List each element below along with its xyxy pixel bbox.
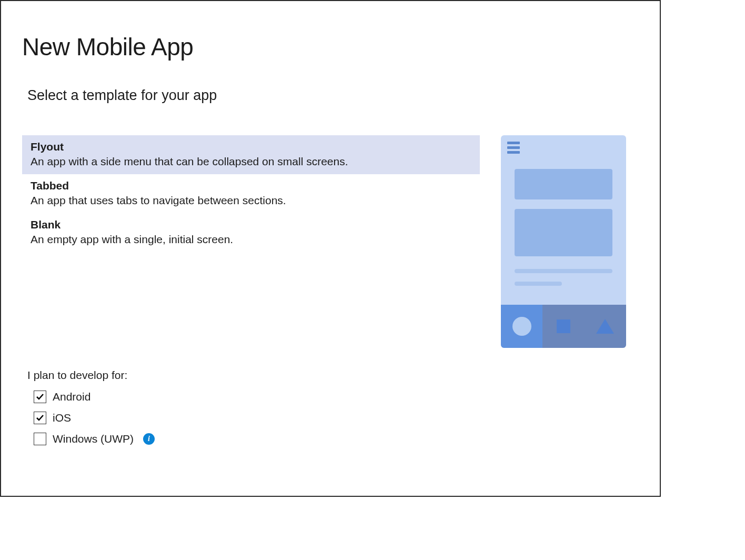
template-preview — [501, 135, 626, 348]
platform-label: Android — [53, 391, 90, 403]
platform-option-windows-uwp[interactable]: Windows (UWP) i — [34, 430, 639, 448]
platform-option-android[interactable]: Android — [34, 388, 639, 406]
template-description: An empty app with a single, initial scre… — [31, 233, 471, 246]
preview-card — [515, 209, 612, 256]
preview-text-line — [515, 269, 612, 273]
preview-navbar — [501, 305, 626, 348]
page-subtitle: Select a template for your app — [27, 87, 639, 104]
template-name: Flyout — [31, 141, 471, 153]
template-name: Blank — [31, 218, 471, 231]
platform-label: iOS — [53, 412, 71, 424]
info-icon[interactable]: i — [143, 433, 155, 445]
dialog-new-mobile-app: New Mobile App Select a template for you… — [0, 0, 661, 497]
preview-nav-triangle — [585, 305, 626, 348]
preview-text-line — [515, 282, 562, 286]
platforms-label: I plan to develop for: — [27, 369, 639, 382]
template-description: An app that uses tabs to navigate betwee… — [31, 194, 471, 207]
page-title: New Mobile App — [22, 33, 639, 61]
hamburger-icon — [507, 142, 520, 156]
preview-card — [515, 169, 612, 199]
preview-nav-square — [542, 305, 584, 348]
template-description: An app with a side menu that can be coll… — [31, 155, 471, 168]
content-row: Flyout An app with a side menu that can … — [22, 135, 639, 348]
template-option-blank[interactable]: Blank An empty app with a single, initia… — [22, 213, 480, 252]
template-option-tabbed[interactable]: Tabbed An app that uses tabs to navigate… — [22, 174, 480, 213]
checkbox-checked-icon — [34, 391, 46, 403]
template-name: Tabbed — [31, 179, 471, 192]
platform-label: Windows (UWP) — [53, 433, 134, 445]
platforms-section: I plan to develop for: Android iOS Windo… — [27, 369, 639, 448]
template-option-flyout[interactable]: Flyout An app with a side menu that can … — [22, 135, 480, 174]
checkbox-unchecked-icon — [34, 433, 46, 445]
checkbox-checked-icon — [34, 412, 46, 424]
template-list: Flyout An app with a side menu that can … — [22, 135, 480, 252]
platform-option-ios[interactable]: iOS — [34, 409, 639, 427]
preview-nav-circle — [501, 305, 542, 348]
